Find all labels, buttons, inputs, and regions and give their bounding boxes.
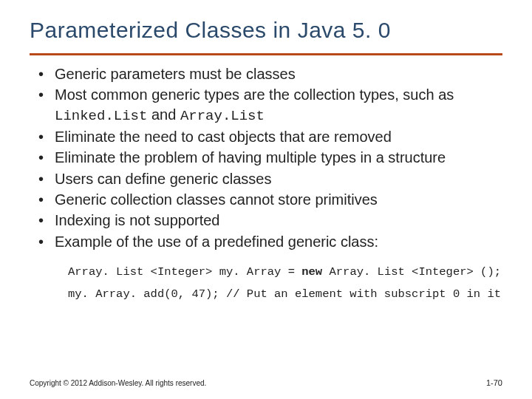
list-item: Generic collection classes cannot store …: [55, 190, 502, 209]
code-keyword: new: [301, 265, 322, 279]
list-item: Example of the use of a predefined gener…: [55, 232, 502, 251]
code-line: my. Array. add(0, 47); // Put an element…: [68, 284, 502, 305]
list-item: Users can define generic classes: [55, 169, 502, 188]
bullet-text: Most common generic types are the collec…: [55, 86, 454, 103]
code-line: Array. List <Integer> my. Array = new Ar…: [68, 262, 502, 283]
footer: Copyright © 2012 Addison-Wesley. All rig…: [30, 378, 502, 387]
bullet-text: Indexing is not supported: [55, 212, 220, 228]
list-item: Most common generic types are the collec…: [55, 85, 502, 125]
bullet-text: Users can define generic classes: [55, 171, 271, 187]
bullet-text: Eliminate the problem of having multiple…: [55, 149, 446, 166]
bullet-text: Eliminate the need to cast objects that …: [55, 129, 392, 145]
code-text: Array. List <Integer> my. Array =: [68, 265, 301, 279]
bullet-list: Generic parameters must be classes Most …: [30, 64, 502, 251]
copyright-text: Copyright © 2012 Addison-Wesley. All rig…: [30, 379, 206, 387]
slide-title: Parameterized Classes in Java 5. 0: [30, 18, 502, 43]
bullet-text: Generic parameters must be classes: [55, 66, 296, 82]
bullet-text: Example of the use of a predefined gener…: [55, 233, 378, 250]
title-rule: [30, 53, 502, 55]
code-text: Linked.List: [55, 108, 147, 124]
bullet-text: and: [147, 106, 180, 123]
list-item: Eliminate the problem of having multiple…: [55, 148, 502, 167]
code-block: Array. List <Integer> my. Array = new Ar…: [30, 262, 502, 305]
list-item: Indexing is not supported: [55, 211, 502, 230]
code-text: Array.List: [180, 108, 265, 124]
list-item: Generic parameters must be classes: [55, 64, 502, 83]
page-number: 1-70: [486, 378, 502, 387]
bullet-text: Generic collection classes cannot store …: [55, 191, 378, 208]
list-item: Eliminate the need to cast objects that …: [55, 127, 502, 146]
slide: Parameterized Classes in Java 5. 0 Gener…: [0, 0, 532, 399]
code-text: Array. List <Integer> ();: [322, 265, 501, 279]
